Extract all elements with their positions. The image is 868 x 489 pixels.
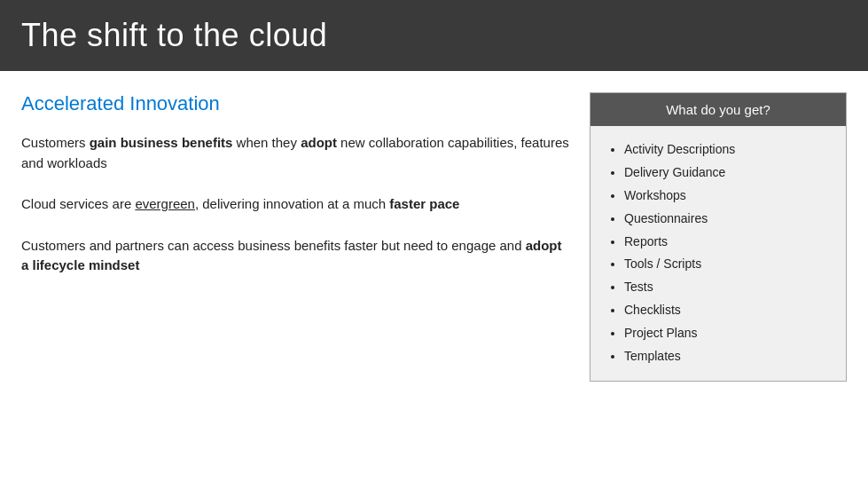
list-item: Reports: [624, 231, 832, 254]
info-box-list: Activity Descriptions Delivery Guidance …: [608, 138, 832, 368]
list-item: Checklists: [624, 299, 832, 322]
paragraph-1: Customers gain business benefits when th…: [21, 133, 572, 173]
info-box-header: What do you get?: [590, 93, 846, 126]
list-item: Activity Descriptions: [624, 138, 832, 162]
paragraph-2: Cloud services are evergreen, delivering…: [21, 194, 572, 215]
info-box: What do you get? Activity Descriptions D…: [590, 92, 847, 382]
list-item: Templates: [624, 345, 832, 368]
list-item: Questionnaires: [624, 208, 832, 231]
page-header: The shift to the cloud: [0, 0, 868, 71]
info-box-body: Activity Descriptions Delivery Guidance …: [590, 126, 846, 381]
paragraph-3: Customers and partners can access busine…: [21, 236, 572, 276]
page-title: The shift to the cloud: [21, 17, 327, 54]
list-item: Tools / Scripts: [624, 253, 832, 276]
main-content: Accelerated Innovation Customers gain bu…: [0, 71, 868, 489]
list-item: Tests: [624, 276, 832, 299]
list-item: Workshops: [624, 185, 832, 208]
right-column: What do you get? Activity Descriptions D…: [590, 92, 847, 468]
subtitle: Accelerated Innovation: [21, 92, 572, 115]
left-column: Accelerated Innovation Customers gain bu…: [21, 92, 572, 468]
list-item: Delivery Guidance: [624, 162, 832, 185]
list-item: Project Plans: [624, 322, 832, 345]
